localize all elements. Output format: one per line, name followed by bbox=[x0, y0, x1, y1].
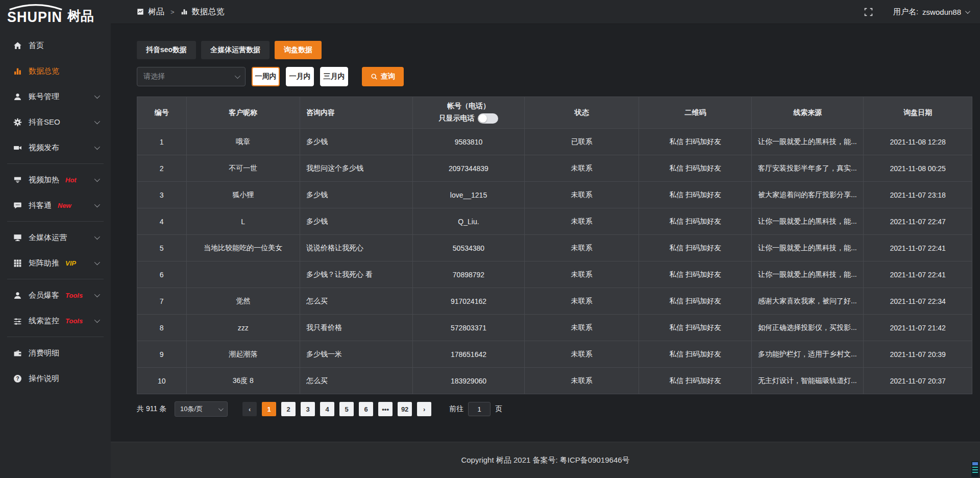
qrcode-link[interactable]: 私信 扫码加好友 bbox=[639, 341, 752, 368]
chevron-down-icon bbox=[94, 176, 100, 182]
page-button-1[interactable]: 1 bbox=[262, 402, 276, 416]
cell-account: 178651642 bbox=[412, 341, 524, 368]
cell-date: 2021-11-07 22:41 bbox=[864, 261, 972, 288]
hot-badge: Hot bbox=[65, 176, 77, 184]
sliders-icon bbox=[13, 317, 22, 325]
qrcode-link[interactable]: 私信 扫码加好友 bbox=[639, 182, 752, 208]
more-pages-button[interactable]: ••• bbox=[378, 402, 393, 416]
period-quarter-button[interactable]: 三月内 bbox=[320, 67, 348, 86]
fullscreen-icon[interactable] bbox=[864, 8, 873, 16]
corner-widget[interactable] bbox=[971, 461, 979, 477]
page-size-select[interactable]: 10条/页 bbox=[175, 401, 228, 417]
sidebar-divider bbox=[7, 337, 104, 337]
prev-page-button[interactable]: ‹ bbox=[242, 402, 257, 416]
search-button[interactable]: 查询 bbox=[362, 67, 404, 86]
cell-no: 2 bbox=[137, 155, 187, 182]
sidebar-item-doukettong[interactable]: 抖客通 New bbox=[0, 195, 111, 216]
source-link[interactable]: 让你一眼就爱上的黑科技，能... bbox=[752, 261, 864, 288]
period-month-button[interactable]: 一月内 bbox=[286, 67, 314, 86]
col-no: 编号 bbox=[137, 97, 187, 129]
sidebar-item-video-publish[interactable]: 视频发布 bbox=[0, 137, 111, 158]
sidebar-item-operation-guide[interactable]: ? 操作说明 bbox=[0, 368, 111, 389]
sidebar-item-account-management[interactable]: 账号管理 bbox=[0, 86, 111, 107]
cell-content: 多少钱？让我死心 看 bbox=[300, 261, 413, 288]
grid-icon bbox=[13, 259, 22, 268]
logo-arc bbox=[8, 4, 63, 10]
projector-icon bbox=[13, 176, 22, 184]
col-content: 咨询内容 bbox=[300, 97, 413, 129]
table-row: 7 觉然 怎么买 917024162 未联系 私信 扫码加好友 感谢大家喜欢我家… bbox=[137, 288, 972, 315]
sidebar-item-data-overview[interactable]: 数据总览 bbox=[0, 60, 111, 82]
source-link[interactable]: 让你一眼就爱上的黑科技，能... bbox=[752, 129, 864, 155]
cell-nickname bbox=[186, 261, 300, 288]
breadcrumb-separator: > bbox=[170, 8, 175, 16]
tab-inquiry-data[interactable]: 询盘数据 bbox=[275, 41, 322, 59]
video-camera-icon bbox=[13, 144, 22, 152]
qrcode-link[interactable]: 私信 扫码加好友 bbox=[639, 315, 752, 341]
source-link[interactable]: 让你一眼就爱上的黑科技，能... bbox=[752, 208, 864, 235]
sidebar-item-label: 首页 bbox=[29, 41, 44, 51]
source-link[interactable]: 感谢大家喜欢我家，被问了好... bbox=[752, 288, 864, 315]
period-week-button[interactable]: 一周内 bbox=[252, 67, 280, 86]
qrcode-link[interactable]: 私信 扫码加好友 bbox=[639, 261, 752, 288]
cell-content: 我只看价格 bbox=[300, 315, 413, 341]
filter-select[interactable]: 请选择 bbox=[137, 67, 246, 86]
sidebar-item-media-operation[interactable]: 全媒体运营 bbox=[0, 227, 111, 248]
tools-badge: Tools bbox=[65, 317, 83, 325]
logo-cjk-label: 树品 bbox=[67, 8, 94, 23]
page-button-3[interactable]: 3 bbox=[301, 402, 315, 416]
qrcode-link[interactable]: 私信 扫码加好友 bbox=[639, 155, 752, 182]
sidebar-item-consumption-detail[interactable]: 消费明细 bbox=[0, 342, 111, 364]
page-button-6[interactable]: 6 bbox=[359, 402, 373, 416]
page-button-92[interactable]: 92 bbox=[398, 402, 412, 416]
page-button-2[interactable]: 2 bbox=[281, 402, 296, 416]
source-link[interactable]: 让你一眼就爱上的黑科技，能... bbox=[752, 235, 864, 261]
col-nickname: 客户昵称 bbox=[186, 97, 300, 129]
cell-account: 917024162 bbox=[412, 288, 524, 315]
cell-content: 多少钱一米 bbox=[300, 341, 413, 368]
cell-content: 怎么买 bbox=[300, 368, 413, 394]
source-link[interactable]: 被大家追着问的客厅投影分享... bbox=[752, 182, 864, 208]
chevron-down-icon bbox=[94, 259, 100, 265]
table-row: 3 狐小狸 多少钱 love__1215 未联系 私信 扫码加好友 被大家追着问… bbox=[137, 182, 972, 208]
sidebar-item-member-baoke[interactable]: 会员爆客 Tools bbox=[0, 284, 111, 306]
breadcrumb: 树品 > 数据总览 bbox=[137, 7, 225, 17]
bar-chart-icon bbox=[181, 8, 188, 15]
monitor-icon bbox=[13, 233, 22, 242]
username: zswodun88 bbox=[922, 8, 961, 16]
sidebar-item-label: 操作说明 bbox=[29, 374, 59, 384]
sidebar-item-matrix-boost[interactable]: 矩阵助推 VIP bbox=[0, 252, 111, 274]
source-link[interactable]: 客厅安装投影半年多了，真实... bbox=[752, 155, 864, 182]
user-menu[interactable]: 用户名: zswodun88 bbox=[893, 7, 969, 17]
footer: Copyright 树品 2021 备案号: 粤ICP备09019646号 bbox=[111, 442, 980, 478]
goto-page-input[interactable] bbox=[468, 402, 491, 416]
qrcode-link[interactable]: 私信 扫码加好友 bbox=[639, 368, 752, 394]
cell-status: 未联系 bbox=[525, 288, 639, 315]
col-status: 状态 bbox=[525, 97, 639, 129]
sidebar-item-home[interactable]: 首页 bbox=[0, 35, 111, 56]
page-button-4[interactable]: 4 bbox=[320, 402, 334, 416]
tab-media-operation-data[interactable]: 全媒体运营数据 bbox=[201, 41, 270, 59]
sidebar-item-douyin-seo[interactable]: 抖音SEO bbox=[0, 111, 111, 133]
phone-only-toggle[interactable] bbox=[478, 113, 498, 124]
qrcode-link[interactable]: 私信 扫码加好友 bbox=[639, 235, 752, 261]
sidebar-item-video-heating[interactable]: 视频加热 Hot bbox=[0, 169, 111, 190]
source-link[interactable]: 如何正确选择投影仪，买投影... bbox=[752, 315, 864, 341]
chevron-down-icon bbox=[94, 202, 100, 207]
chevron-down-icon bbox=[94, 234, 100, 240]
tab-douyin-seo-data[interactable]: 抖音seo数据 bbox=[137, 41, 196, 59]
source-link[interactable]: 无主灯设计，智能磁吸轨道灯... bbox=[752, 368, 864, 394]
sidebar-item-label: 矩阵助推 bbox=[29, 258, 59, 268]
qrcode-link[interactable]: 私信 扫码加好友 bbox=[639, 288, 752, 315]
cell-no: 3 bbox=[137, 182, 187, 208]
next-page-button[interactable]: › bbox=[417, 402, 431, 416]
person-icon bbox=[13, 291, 22, 300]
select-placeholder: 请选择 bbox=[143, 72, 165, 81]
breadcrumb-root[interactable]: 树品 bbox=[148, 7, 164, 17]
qrcode-link[interactable]: 私信 扫码加好友 bbox=[639, 208, 752, 235]
sidebar-item-lead-monitor[interactable]: 线索监控 Tools bbox=[0, 310, 111, 331]
qrcode-link[interactable]: 私信 扫码加好友 bbox=[639, 129, 752, 155]
page-button-5[interactable]: 5 bbox=[339, 402, 354, 416]
sidebar-divider bbox=[7, 279, 104, 279]
source-link[interactable]: 多功能护栏灯，适用于乡村文... bbox=[752, 341, 864, 368]
